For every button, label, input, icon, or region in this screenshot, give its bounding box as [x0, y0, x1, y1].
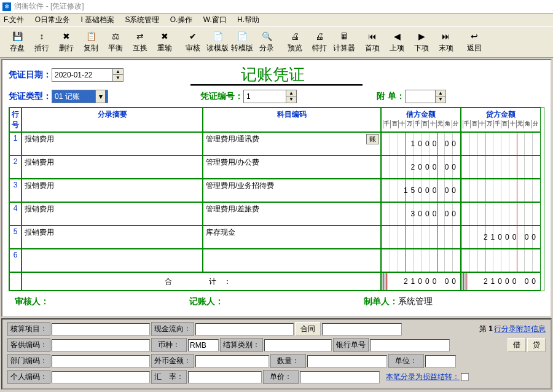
toolbar-删行[interactable]: ✖删行 [54, 29, 79, 55]
menu-system[interactable]: S系统管理 [125, 15, 159, 24]
number-input[interactable] [243, 90, 286, 103]
chevron-down-icon: ▾ [95, 90, 105, 103]
toolbar-上项[interactable]: ◀上项 [385, 29, 409, 55]
toolbar-首项[interactable]: ⏮首项 [360, 29, 385, 55]
date-spinner[interactable]: ▲▼ [113, 68, 124, 82]
cell-subject[interactable]: 管理费用/差旅费 [203, 202, 381, 225]
cashflow-input[interactable] [195, 323, 294, 335]
date-input[interactable] [52, 68, 113, 82]
toolbar-插行[interactable]: ↕插行 [29, 29, 54, 55]
rate-label: 汇 率： [151, 370, 187, 384]
table-row[interactable]: 3报销费用管理费用/业务招待费15000 00 [9, 179, 544, 202]
cell-credit[interactable] [461, 155, 541, 179]
toolbar-分录[interactable]: 🔍分录 [254, 29, 279, 55]
detail-panel: 核算项目： 现金流向： 合同 第 1 行分录附加信息 客供编码： 币种： 结算类… [1, 318, 552, 390]
toolbar-末项[interactable]: ⏭末项 [434, 29, 458, 55]
cell-debit[interactable] [381, 249, 461, 272]
menu-operate[interactable]: O.操作 [170, 15, 193, 24]
toolbar-预览[interactable]: 🖨预览 [283, 29, 307, 55]
extra-link[interactable]: 行分录附加信息 [494, 324, 546, 334]
foreign-input[interactable] [195, 355, 269, 367]
toolbar-复制[interactable]: 📋复制 [79, 29, 103, 55]
cell-credit[interactable] [461, 179, 541, 202]
number-spinner[interactable]: ▲▼ [286, 90, 297, 103]
toolbar-下项[interactable]: ▶下项 [409, 29, 434, 55]
debit-button[interactable]: 借 [508, 338, 526, 352]
cell-summary[interactable]: 报销费用 [22, 225, 203, 249]
type-combo[interactable]: 01 记账▾ [52, 90, 108, 103]
menu-file[interactable]: F.文件 [4, 15, 24, 24]
menu-archive[interactable]: I 基础档案 [80, 15, 114, 24]
table-row[interactable]: 2报销费用管理费用/办公费2000 00 [9, 155, 544, 179]
auditor-label: 审核人： [15, 296, 189, 307]
menu-help[interactable]: H.帮助 [237, 15, 259, 24]
toolbar-icon: 📄 [237, 31, 248, 42]
col-debit: 借方金额 千百十万千百十元角分 [381, 108, 461, 132]
cell-credit[interactable]: 21000 00 [461, 225, 541, 249]
price-input[interactable] [300, 371, 380, 383]
currency-input[interactable] [188, 339, 219, 351]
cell-debit[interactable]: 1000 00 [381, 132, 461, 155]
contract-button[interactable]: 合同 [295, 322, 321, 336]
cell-subject[interactable]: 管理费用/通讯费账 [203, 132, 381, 155]
toolbar-icon: ↕ [36, 31, 47, 42]
cell-subject[interactable]: 库存现金 [203, 225, 381, 249]
cell-subject[interactable]: 管理费用/业务招待费 [203, 179, 381, 202]
vendor-input[interactable] [52, 339, 150, 351]
table-row[interactable]: 1报销费用管理费用/通讯费账1000 00 [9, 132, 544, 155]
credit-button[interactable]: 贷 [527, 338, 546, 352]
toolbar-读模版[interactable]: 📄读模版 [205, 29, 230, 55]
proj-input[interactable] [52, 323, 150, 335]
toolbar-互换[interactable]: ⇄互换 [128, 29, 152, 55]
toolbar-icon: ✖ [61, 31, 72, 42]
cell-debit[interactable]: 3000 00 [381, 202, 461, 225]
total-debit: 21000 00 [381, 272, 461, 291]
contract-input[interactable] [322, 323, 402, 335]
cell-debit[interactable]: 2000 00 [381, 155, 461, 179]
bankno-input[interactable] [370, 339, 450, 351]
toolbar-计算器[interactable]: 🖩计算器 [332, 29, 356, 55]
cell-subject[interactable] [203, 249, 381, 272]
attach-input[interactable] [405, 90, 436, 103]
attach-spinner[interactable]: ▲▼ [436, 90, 446, 103]
dept-input[interactable] [52, 355, 150, 367]
cell-summary[interactable]: 报销费用 [22, 155, 203, 179]
rate-input[interactable] [188, 371, 262, 383]
cell-credit[interactable] [461, 249, 541, 272]
cell-debit[interactable] [381, 225, 461, 249]
cell-summary[interactable] [22, 249, 203, 272]
entry-grid: 行号 分录摘要 科目编码 借方金额 千百十万千百十元角分 贷方金额 千百十万千百… [9, 107, 544, 291]
total-label: 合 计： [22, 272, 381, 291]
account-button[interactable]: 账 [366, 134, 379, 144]
table-row[interactable]: 4报销费用管理费用/差旅费3000 00 [9, 202, 544, 225]
toolbar-审核[interactable]: ✔审核 [181, 29, 205, 55]
unit-input[interactable] [425, 355, 456, 367]
cell-summary[interactable]: 报销费用 [22, 202, 203, 225]
cell-debit[interactable]: 15000 00 [381, 179, 461, 202]
toolbar-转模版[interactable]: 📄转模版 [230, 29, 254, 55]
bankno-label: 银行单号 [333, 338, 369, 352]
table-row[interactable]: 5报销费用库存现金21000 00 [9, 225, 544, 249]
person-input[interactable] [52, 371, 150, 383]
table-row[interactable]: 6 [9, 249, 544, 272]
menu-window[interactable]: W.窗口 [203, 15, 227, 24]
cell-summary[interactable]: 报销费用 [22, 179, 203, 202]
profit-checkbox[interactable] [461, 373, 469, 381]
toolbar-重输[interactable]: ✖重输 [152, 29, 177, 55]
qty-input[interactable] [307, 355, 387, 367]
col-credit: 贷方金额 千百十万千百十元角分 [461, 108, 541, 132]
toolbar-平衡[interactable]: ⚖平衡 [103, 29, 128, 55]
toolbar-存盘[interactable]: 💾存盘 [5, 29, 29, 55]
cell-summary[interactable]: 报销费用 [22, 132, 203, 155]
toolbar-返回[interactable]: ↩返回 [462, 29, 487, 55]
currency-label: 币种： [151, 338, 187, 352]
toolbar-特打[interactable]: 🖨特打 [307, 29, 332, 55]
cell-credit[interactable] [461, 132, 541, 155]
col-summary: 分录摘要 [22, 108, 203, 132]
toolbar-icon: ✖ [159, 31, 170, 42]
cell-credit[interactable] [461, 202, 541, 225]
person-label: 个人编码： [7, 370, 50, 384]
cell-subject[interactable]: 管理费用/办公费 [203, 155, 381, 179]
menu-daily[interactable]: O日常业务 [35, 15, 70, 24]
settle-input[interactable] [264, 339, 332, 351]
